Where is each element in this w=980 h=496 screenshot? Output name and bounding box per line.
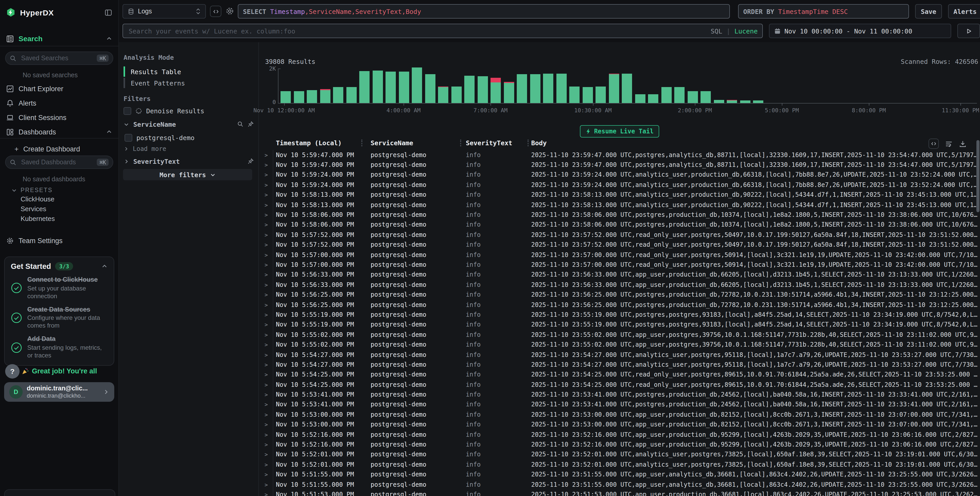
code-toggle-button[interactable] [210, 6, 221, 17]
saved-searches-input[interactable] [20, 54, 94, 62]
table-row[interactable]: >Nov 10 5:52:01.000 PMpostgresql-demoinf… [259, 450, 980, 459]
preset-dashboard-kubernetes[interactable]: Kubernetes [0, 214, 118, 223]
preset-dashboard-services[interactable]: Services [0, 204, 118, 214]
histogram-bar[interactable] [595, 86, 606, 103]
histogram-bar[interactable] [346, 87, 356, 103]
table-row[interactable]: >Nov 10 5:56:33.000 PMpostgresql-demoinf… [259, 280, 980, 290]
code-view-icon[interactable] [929, 139, 939, 149]
histogram-bar[interactable] [648, 94, 658, 103]
histogram-bar[interactable] [320, 89, 330, 103]
get-started-item[interactable]: Create Data SourcesConfigure where your … [11, 306, 108, 330]
row-expand-icon[interactable]: > [259, 242, 276, 248]
col-timestamp[interactable]: Timestamp (Local) [276, 139, 371, 147]
create-dashboard-button[interactable]: + Create Dashboard [0, 143, 118, 155]
table-row[interactable]: >Nov 10 5:53:41.000 PMpostgresql-demoinf… [259, 390, 980, 400]
table-row[interactable]: >Nov 10 5:59:47.000 PMpostgresql-demoinf… [259, 160, 980, 170]
sidebar-item-chart-explorer[interactable]: Chart Explorer [0, 82, 118, 95]
col-body[interactable]: Body [531, 139, 980, 147]
get-started-item[interactable]: Connect to ClickHouseSet up your databas… [11, 276, 108, 300]
date-range-picker[interactable]: Nov 10 00:00:00 - Nov 11 00:00:00 [769, 24, 951, 38]
table-row[interactable]: >Nov 10 5:51:53.000 PMpostgresql-demoinf… [259, 490, 980, 496]
filter-group-severitytext[interactable]: SeverityText [124, 156, 254, 166]
saved-searches-search[interactable]: ⌘K [5, 51, 113, 65]
analysis-mode-results-table[interactable]: Results Table [124, 66, 254, 77]
histogram-bar[interactable] [490, 78, 501, 103]
table-row[interactable]: >Nov 10 5:53:00.000 PMpostgresql-demoinf… [259, 419, 980, 429]
table-row[interactable]: >Nov 10 5:52:16.000 PMpostgresql-demoinf… [259, 429, 980, 440]
row-expand-icon[interactable]: > [259, 491, 276, 496]
filter-group-servicename[interactable]: ServiceName [124, 120, 254, 129]
histogram-bar[interactable] [294, 91, 304, 103]
row-expand-icon[interactable]: > [259, 421, 276, 427]
row-expand-icon[interactable]: > [259, 481, 276, 488]
row-expand-icon[interactable]: > [259, 222, 276, 228]
table-row[interactable]: >Nov 10 5:55:02.000 PMpostgresql-demoinf… [259, 330, 980, 340]
histogram-bar[interactable] [582, 87, 593, 103]
histogram-bar[interactable] [333, 87, 343, 103]
row-expand-icon[interactable]: > [259, 272, 276, 278]
histogram-bar[interactable] [451, 86, 461, 103]
lang-lucene[interactable]: Lucene [735, 27, 758, 35]
collapse-sidebar-icon[interactable] [105, 8, 112, 16]
sidebar-item-dashboards[interactable]: Dashboards [0, 126, 118, 138]
table-row[interactable]: >Nov 10 5:54:25.000 PMpostgresql-demoinf… [259, 370, 980, 380]
histogram-bar[interactable] [477, 76, 488, 103]
table-row[interactable]: >Nov 10 5:52:01.000 PMpostgresql-demoinf… [259, 459, 980, 469]
table-row[interactable]: >Nov 10 5:58:13.000 PMpostgresql-demoinf… [259, 200, 980, 210]
table-row[interactable]: >Nov 10 5:56:33.000 PMpostgresql-demoinf… [259, 270, 980, 280]
row-expand-icon[interactable]: > [259, 471, 276, 477]
row-expand-icon[interactable]: > [259, 172, 276, 178]
alerts-button[interactable]: Alerts [948, 4, 980, 19]
row-expand-icon[interactable]: > [259, 252, 276, 258]
preset-dashboard-clickhouse[interactable]: ClickHouse [0, 194, 118, 204]
table-row[interactable]: >Nov 10 5:55:02.000 PMpostgresql-demoinf… [259, 340, 980, 350]
histogram-bar[interactable] [556, 74, 566, 103]
histogram-bar[interactable] [753, 100, 763, 103]
table-row[interactable]: >Nov 10 5:59:24.000 PMpostgresql-demoinf… [259, 170, 980, 180]
saved-dashboards-input[interactable] [20, 158, 94, 166]
table-row[interactable]: >Nov 10 5:56:25.000 PMpostgresql-demoinf… [259, 300, 980, 310]
chevron-up-icon[interactable] [106, 129, 112, 135]
table-row[interactable]: >Nov 10 5:57:52.000 PMpostgresql-demoinf… [259, 240, 980, 250]
column-resize-handle[interactable] [528, 140, 528, 146]
sidebar-item-client-sessions[interactable]: Client Sessions [0, 111, 118, 124]
pin-icon[interactable] [248, 158, 254, 164]
more-filters-button[interactable]: More filters [123, 169, 252, 180]
download-icon[interactable] [959, 140, 967, 148]
save-button[interactable]: Save [915, 4, 942, 19]
table-row[interactable]: >Nov 10 5:54:25.000 PMpostgresql-demoinf… [259, 380, 980, 390]
live-tail-play-button[interactable] [957, 24, 980, 38]
table-row[interactable]: >Nov 10 5:55:19.000 PMpostgresql-demoinf… [259, 320, 980, 330]
row-expand-icon[interactable]: > [259, 232, 276, 238]
row-expand-icon[interactable]: > [259, 301, 276, 308]
histogram-bar[interactable] [543, 73, 553, 103]
row-expand-icon[interactable]: > [259, 381, 276, 388]
row-expand-icon[interactable]: > [259, 292, 276, 298]
source-settings-gear-icon[interactable] [226, 7, 234, 16]
denoise-filter[interactable]: Denoise Results [124, 106, 204, 115]
table-row[interactable]: >Nov 10 5:53:41.000 PMpostgresql-demoinf… [259, 400, 980, 410]
table-row[interactable]: >Nov 10 5:51:55.000 PMpostgresql-demoinf… [259, 480, 980, 490]
wrap-text-icon[interactable] [945, 140, 953, 148]
row-expand-icon[interactable]: > [259, 282, 276, 288]
language-toggle[interactable]: SQL | Lucene [711, 27, 758, 35]
histogram-bar[interactable] [504, 82, 514, 103]
histogram-bar[interactable] [714, 100, 724, 103]
table-row[interactable]: >Nov 10 5:51:55.000 PMpostgresql-demoinf… [259, 469, 980, 480]
histogram-bar[interactable] [740, 100, 750, 103]
table-row[interactable]: >Nov 10 5:57:00.000 PMpostgresql-demoinf… [259, 250, 980, 260]
row-expand-icon[interactable]: > [259, 262, 276, 268]
user-menu[interactable]: D dominic.tran@clic... dominic.tran@clic… [4, 382, 114, 402]
histogram-bar[interactable] [727, 100, 737, 103]
sidebar-item-team-settings[interactable]: Team Settings [0, 234, 118, 247]
get-started-item[interactable]: Add DataStart sending logs, metrics, or … [11, 336, 108, 359]
table-row[interactable]: >Nov 10 5:52:16.000 PMpostgresql-demoinf… [259, 440, 980, 450]
histogram-bar[interactable] [661, 87, 671, 103]
table-row[interactable]: >Nov 10 5:59:47.000 PMpostgresql-demoinf… [259, 150, 980, 160]
help-button[interactable]: ? [5, 364, 19, 379]
table-row[interactable]: >Nov 10 5:57:52.000 PMpostgresql-demoinf… [259, 230, 980, 240]
table-row[interactable]: >Nov 10 5:56:25.000 PMpostgresql-demoinf… [259, 290, 980, 300]
histogram-bar[interactable] [622, 73, 632, 103]
row-expand-icon[interactable]: > [259, 362, 276, 368]
table-row[interactable]: >Nov 10 5:57:00.000 PMpostgresql-demoinf… [259, 260, 980, 270]
